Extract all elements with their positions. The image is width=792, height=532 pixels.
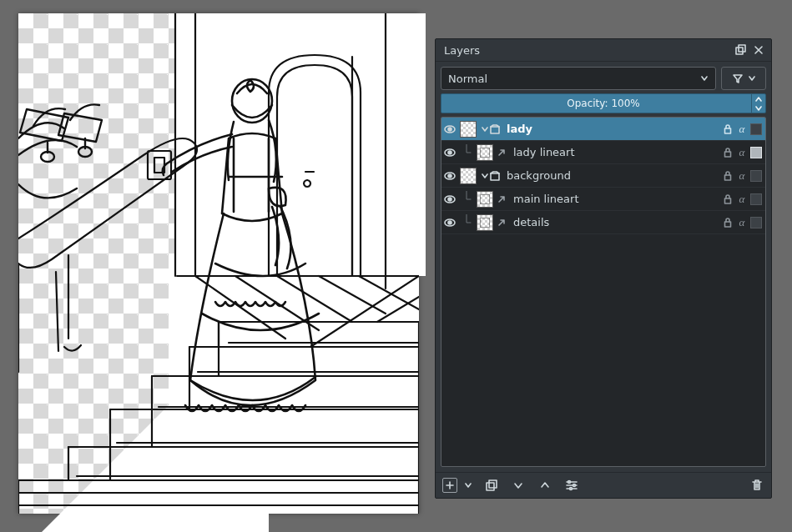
- funnel-icon: [732, 73, 744, 84]
- blend-mode-select[interactable]: Normal: [441, 67, 716, 90]
- alpha-lock-icon[interactable]: α: [736, 217, 748, 228]
- close-panel-icon[interactable]: [751, 43, 766, 58]
- delete-layer-button[interactable]: [749, 478, 764, 493]
- layer-name-label[interactable]: background: [503, 169, 722, 182]
- lock-icon[interactable]: [722, 193, 734, 205]
- folder-icon: [490, 124, 500, 134]
- float-panel-icon[interactable]: [733, 43, 748, 58]
- layer-thumbnail: [477, 144, 493, 161]
- svg-rect-24: [487, 483, 494, 490]
- layer-row[interactable]: main lineart α: [441, 188, 765, 211]
- move-layer-down-button[interactable]: [511, 478, 526, 493]
- duplicate-layer-button[interactable]: [484, 478, 499, 493]
- svg-rect-20: [725, 198, 731, 203]
- canvas[interactable]: [18, 13, 419, 514]
- svg-point-15: [448, 174, 451, 178]
- layer-filter-button[interactable]: [721, 67, 766, 90]
- layer-name-label[interactable]: details: [510, 216, 722, 228]
- blend-mode-value: Normal: [448, 73, 487, 85]
- layer-row[interactable]: lady α: [441, 118, 765, 141]
- tree-branch-icon: [458, 211, 475, 233]
- layer-name-label[interactable]: main lineart: [510, 193, 722, 205]
- expand-toggle-icon[interactable]: [480, 126, 490, 133]
- svg-point-12: [448, 151, 451, 154]
- move-layer-up-button[interactable]: [537, 478, 552, 493]
- svg-rect-10: [725, 128, 731, 133]
- panel-titlebar[interactable]: Layers: [436, 39, 771, 62]
- panel-title-label: Layers: [444, 44, 480, 57]
- svg-rect-0: [148, 151, 171, 179]
- lock-icon[interactable]: [722, 170, 734, 182]
- layers-panel: Layers Normal Opacity: 100% lady: [435, 38, 772, 499]
- tree-branch-icon: [458, 188, 475, 210]
- layer-link-icon: [497, 194, 507, 204]
- visibility-toggle-icon[interactable]: [441, 217, 458, 228]
- layer-row[interactable]: lady lineart α: [441, 141, 765, 164]
- layer-name-label[interactable]: lady lineart: [510, 146, 722, 158]
- svg-point-8: [448, 128, 451, 131]
- layer-thumbnail: [477, 214, 493, 231]
- chevron-down-icon: [700, 73, 709, 85]
- visibility-toggle-icon[interactable]: [441, 193, 458, 205]
- inherit-alpha-icon[interactable]: [750, 123, 762, 135]
- alpha-lock-icon[interactable]: α: [736, 170, 748, 182]
- layer-properties-button[interactable]: [564, 478, 579, 493]
- inherit-alpha-icon[interactable]: [750, 147, 762, 158]
- lock-icon[interactable]: [722, 217, 734, 228]
- layer-row[interactable]: background α: [441, 164, 765, 188]
- svg-rect-6: [739, 45, 745, 52]
- svg-rect-23: [725, 222, 731, 227]
- inherit-alpha-icon[interactable]: [750, 193, 762, 205]
- svg-point-22: [448, 221, 451, 224]
- visibility-toggle-icon[interactable]: [441, 147, 458, 158]
- layers-bottom-toolbar: [436, 472, 771, 498]
- alpha-lock-icon[interactable]: α: [736, 123, 748, 135]
- svg-point-19: [448, 198, 451, 201]
- opacity-label: Opacity: 100%: [567, 98, 639, 109]
- layer-name-label[interactable]: lady: [503, 123, 722, 135]
- opacity-slider[interactable]: Opacity: 100%: [441, 93, 766, 113]
- svg-point-4: [232, 79, 272, 123]
- svg-rect-25: [489, 480, 497, 488]
- layer-thumbnail: [460, 168, 477, 184]
- lock-icon[interactable]: [722, 147, 734, 158]
- tree-branch-icon: [458, 141, 475, 163]
- alpha-lock-icon[interactable]: α: [736, 147, 748, 158]
- layer-thumbnail: [477, 191, 493, 208]
- opacity-step-up[interactable]: [752, 94, 765, 103]
- expand-toggle-icon[interactable]: [480, 173, 490, 179]
- svg-rect-16: [491, 173, 499, 180]
- add-layer-menu-chevron[interactable]: [464, 479, 472, 492]
- alpha-lock-icon[interactable]: α: [736, 193, 748, 205]
- folder-icon: [490, 171, 500, 181]
- inherit-alpha-icon[interactable]: [750, 170, 762, 182]
- inherit-alpha-icon[interactable]: [750, 217, 762, 228]
- layer-thumbnail: [460, 121, 477, 138]
- chevron-down-icon: [749, 75, 755, 82]
- svg-rect-9: [491, 127, 499, 133]
- lineart-illustration: [18, 13, 419, 514]
- visibility-toggle-icon[interactable]: [441, 170, 458, 182]
- layer-link-icon: [497, 148, 507, 158]
- opacity-step-down[interactable]: [752, 103, 765, 113]
- svg-rect-13: [725, 152, 731, 157]
- svg-rect-17: [725, 175, 731, 180]
- add-layer-button[interactable]: [442, 478, 457, 493]
- layers-list[interactable]: lady α lady lineart α background α main …: [441, 117, 766, 467]
- layer-row[interactable]: details α: [441, 211, 765, 234]
- layer-link-icon: [497, 218, 507, 228]
- lock-icon[interactable]: [722, 123, 734, 135]
- svg-rect-5: [736, 48, 743, 54]
- visibility-toggle-icon[interactable]: [441, 123, 458, 135]
